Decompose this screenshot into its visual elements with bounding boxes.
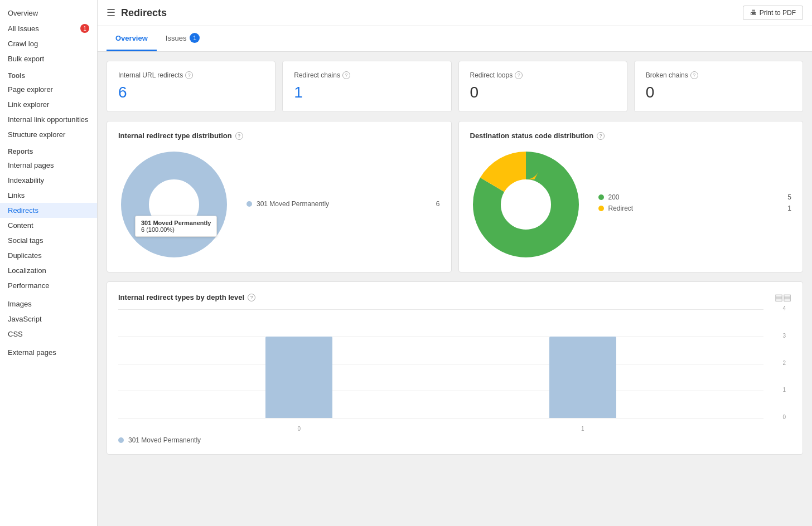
donut-2-container: 200 5 Redirect 1 bbox=[470, 149, 792, 260]
svg-point-4 bbox=[506, 185, 545, 224]
sidebar-item-crawl-log[interactable]: Crawl log bbox=[0, 36, 97, 51]
sidebar-item-social-tags[interactable]: Social tags bbox=[0, 233, 97, 248]
sidebar-item-overview[interactable]: Overview bbox=[0, 6, 97, 21]
y-label-3: 3 bbox=[782, 333, 786, 339]
sidebar-item-javascript[interactable]: JavaScript bbox=[0, 311, 97, 327]
main-panel: ☰ Redirects 🖶 Print to PDF Overview Issu… bbox=[98, 0, 812, 526]
donut-1-wrapper: 301 Moved Permanently 6 (100.00%) bbox=[118, 149, 230, 262]
all-issues-badge: 1 bbox=[80, 24, 89, 33]
metric-label-1: Redirect chains ? bbox=[294, 71, 439, 79]
tabs-bar: Overview Issues 1 bbox=[98, 26, 812, 52]
x-label-0: 0 bbox=[163, 426, 436, 432]
reports-section-title: Reports bbox=[0, 142, 97, 158]
donut-1-title: Internal redirect type distribution ? bbox=[118, 132, 440, 140]
metric-card-redirect-loops: Redirect loops ? 0 bbox=[458, 61, 627, 112]
legend-count-0: 6 bbox=[429, 200, 440, 208]
sidebar-item-css[interactable]: CSS bbox=[0, 327, 97, 342]
donut-1-container: 301 Moved Permanently 6 (100.00%) bbox=[118, 149, 440, 262]
metric-label-0: Internal URL redirects ? bbox=[118, 71, 264, 79]
metric-card-broken-chains: Broken chains ? 0 bbox=[634, 61, 803, 112]
sidebar-item-internal-link-opps[interactable]: Internal link opportunities bbox=[0, 112, 97, 127]
bar-chart-title-row: Internal redirect types by depth level ?… bbox=[118, 292, 791, 303]
bar-chart-legend-dot bbox=[118, 437, 124, 443]
x-axis-labels: 0 1 bbox=[118, 426, 763, 432]
sidebar-item-links[interactable]: Links bbox=[0, 188, 97, 203]
bar-1 bbox=[549, 337, 616, 418]
sidebar-item-localization[interactable]: Localization bbox=[0, 263, 97, 278]
legend-dot-200 bbox=[598, 194, 604, 200]
sidebar-item-content[interactable]: Content bbox=[0, 218, 97, 233]
metric-value-0: 6 bbox=[118, 84, 264, 101]
sidebar-item-external-pages[interactable]: External pages bbox=[0, 345, 97, 360]
sidebar-item-structure-explorer[interactable]: Structure explorer bbox=[0, 127, 97, 142]
x-label-1: 1 bbox=[447, 426, 719, 432]
bar-chart-help-icon[interactable]: ? bbox=[248, 294, 255, 301]
help-icon-1[interactable]: ? bbox=[342, 71, 350, 79]
y-label-1: 1 bbox=[782, 387, 786, 393]
donut-chart-2: Destination status code distribution ? bbox=[458, 121, 804, 272]
bar-chart-title: Internal redirect types by depth level ? bbox=[118, 293, 255, 301]
tab-overview[interactable]: Overview bbox=[107, 26, 157, 51]
bar-chart-view-icon[interactable]: ▤▤ bbox=[775, 292, 791, 303]
bar-chart-legend-label: 301 Moved Permanently bbox=[128, 436, 201, 444]
bar-chart-card: Internal redirect types by depth level ?… bbox=[107, 281, 803, 455]
legend-count-200: 5 bbox=[780, 193, 791, 201]
sidebar-item-internal-pages[interactable]: Internal pages bbox=[0, 158, 97, 173]
legend-item-redirect: Redirect 1 bbox=[598, 204, 792, 212]
sidebar-item-indexability[interactable]: Indexability bbox=[0, 173, 97, 188]
sidebar-item-page-explorer[interactable]: Page explorer bbox=[0, 82, 97, 97]
print-to-pdf-button[interactable]: 🖶 Print to PDF bbox=[743, 6, 803, 20]
bar-0 bbox=[265, 337, 332, 418]
metric-card-redirect-chains: Redirect chains ? 1 bbox=[282, 61, 451, 112]
print-icon: 🖶 bbox=[750, 9, 757, 17]
bar-chart-legend: 301 Moved Permanently bbox=[118, 436, 791, 444]
sidebar-item-bulk-export[interactable]: Bulk export bbox=[0, 51, 97, 66]
sidebar: Overview All Issues 1 Crawl log Bulk exp… bbox=[0, 0, 98, 526]
donut-2-help-icon[interactable]: ? bbox=[597, 132, 605, 140]
charts-row: Internal redirect type distribution ? 30… bbox=[107, 121, 803, 272]
help-icon-0[interactable]: ? bbox=[185, 71, 193, 79]
bar-chart-grid-area: 4 3 2 1 0 bbox=[118, 309, 763, 418]
grid-line-0: 0 bbox=[118, 418, 763, 418]
donut-2-svg bbox=[470, 149, 582, 260]
metric-label-2: Redirect loops ? bbox=[470, 71, 616, 79]
help-icon-3[interactable]: ? bbox=[690, 71, 698, 79]
sidebar-item-images[interactable]: Images bbox=[0, 296, 97, 311]
metric-card-internal-url-redirects: Internal URL redirects ? 6 bbox=[107, 61, 276, 112]
legend-count-redirect: 1 bbox=[780, 204, 791, 212]
page-header: ☰ Redirects 🖶 Print to PDF bbox=[98, 0, 812, 26]
donut-1-svg bbox=[118, 149, 230, 260]
sidebar-item-link-explorer[interactable]: Link explorer bbox=[0, 97, 97, 112]
bars-area bbox=[118, 309, 763, 418]
bar-chart-area: 4 3 2 1 0 bbox=[118, 309, 791, 432]
tab-issues[interactable]: Issues 1 bbox=[157, 26, 209, 51]
legend-dot-0 bbox=[246, 201, 252, 207]
y-label-4: 4 bbox=[782, 305, 786, 311]
sidebar-item-performance[interactable]: Performance bbox=[0, 278, 97, 293]
donut-2-title: Destination status code distribution ? bbox=[470, 132, 792, 140]
content-area: Overview Issues 1 Internal URL redirects… bbox=[98, 26, 812, 526]
svg-point-1 bbox=[154, 185, 194, 224]
metric-value-1: 1 bbox=[294, 84, 439, 101]
help-icon-2[interactable]: ? bbox=[515, 71, 523, 79]
tools-section-title: Tools bbox=[0, 66, 97, 82]
y-label-0: 0 bbox=[782, 414, 786, 420]
legend-item-200: 200 5 bbox=[598, 193, 792, 201]
menu-icon[interactable]: ☰ bbox=[107, 7, 115, 19]
legend-dot-redirect bbox=[598, 206, 604, 211]
donut-1-help-icon[interactable]: ? bbox=[235, 132, 243, 140]
metric-value-2: 0 bbox=[470, 84, 616, 101]
issues-tab-badge: 1 bbox=[190, 33, 200, 43]
sidebar-item-redirects[interactable]: Redirects bbox=[0, 203, 97, 218]
header-left: ☰ Redirects bbox=[107, 7, 167, 19]
bar-group-1 bbox=[447, 309, 719, 418]
metrics-row: Internal URL redirects ? 6 Redirect chai… bbox=[107, 61, 803, 112]
y-label-2: 2 bbox=[782, 360, 786, 366]
page-title: Redirects bbox=[121, 7, 167, 19]
metric-label-3: Broken chains ? bbox=[646, 71, 791, 79]
donut-chart-1: Internal redirect type distribution ? 30… bbox=[107, 121, 452, 272]
sidebar-item-all-issues[interactable]: All Issues 1 bbox=[0, 21, 97, 36]
donut-2-legend: 200 5 Redirect 1 bbox=[598, 193, 792, 216]
metric-value-3: 0 bbox=[646, 84, 791, 101]
sidebar-item-duplicates[interactable]: Duplicates bbox=[0, 248, 97, 263]
